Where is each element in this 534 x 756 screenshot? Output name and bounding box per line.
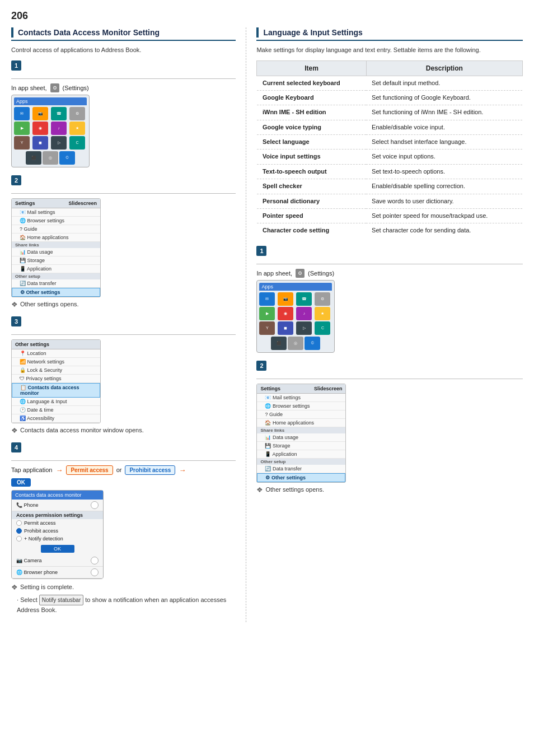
settings-item-storage: 💾 Storage bbox=[12, 256, 100, 265]
phone-screen-right1: Apps ✉ 📷 ☎ ⚙ ▶ ◉ ♪ ★ Y ◼ ▷ C bbox=[256, 280, 335, 353]
step2-note-left: ❖ Other settings opens. bbox=[11, 301, 236, 309]
app-icon-10: ◼ bbox=[32, 136, 48, 150]
table-cell-desc: Set character code for sending data. bbox=[366, 223, 522, 238]
table-row: Current selected keyboardSet default inp… bbox=[257, 76, 523, 90]
right-section-header: Language & Input Settings bbox=[256, 27, 523, 41]
r-note-icon-2: ❖ bbox=[256, 486, 263, 494]
table-cell-desc: Enable/disable voice input. bbox=[366, 120, 522, 134]
table-cell-desc: Set functioning of Google Keyboard. bbox=[366, 90, 522, 105]
step2-note-text-left: Other settings opens. bbox=[20, 301, 79, 307]
access-list-camera: 📷 Camera bbox=[12, 555, 103, 567]
app-icon-15: © bbox=[59, 151, 75, 165]
table-row: Select languageSelect handset interface … bbox=[257, 135, 523, 150]
app-icon-14: ◎ bbox=[43, 151, 58, 165]
header-bar bbox=[11, 27, 13, 38]
table-row: Pointer speedSet pointer speed for mouse… bbox=[257, 209, 523, 223]
left-column: Contacts Data Access Monitor Setting Con… bbox=[11, 27, 246, 622]
arrow-icon-2: → bbox=[179, 466, 186, 474]
r-app-icon-5: ▶ bbox=[259, 307, 275, 320]
app-icon-9: Y bbox=[14, 136, 30, 150]
step1-text: In app sheet, bbox=[11, 85, 47, 91]
settings-item-location: 📍 Location bbox=[12, 349, 100, 358]
table-cell-desc: Set pointer speed for mouse/trackpad use… bbox=[366, 209, 522, 223]
phone-screen-left1: Apps ✉ 📷 ☎ ⚙ ▶ ◉ ♪ ★ Y ◼ ▷ C bbox=[11, 95, 90, 167]
settings-item-mail: 📧 Mail settings bbox=[12, 208, 100, 217]
app-icon-12: C bbox=[69, 136, 85, 150]
radio-prohibit: Prohibit access bbox=[12, 527, 103, 535]
settings-item-privacy: 🛡 Privacy settings bbox=[12, 375, 100, 383]
ok-badge[interactable]: OK bbox=[11, 478, 31, 487]
right-step2-note-text: Other settings opens. bbox=[265, 486, 324, 493]
app-icon-5: ▶ bbox=[14, 122, 30, 135]
table-cell-desc: Enable/disable spelling correction. bbox=[366, 179, 522, 194]
access-screen-title: Contacts data access monitor bbox=[15, 492, 82, 498]
table-cell-item: Spell checker bbox=[257, 179, 366, 194]
settings-list-header-left2: SettingsSlidescreen bbox=[12, 199, 100, 208]
permit-access-badge[interactable]: Permit access bbox=[66, 465, 113, 475]
notify-statusbar-badge[interactable]: Notify statusbar bbox=[39, 595, 83, 605]
r-app-icon-10: ◼ bbox=[278, 321, 293, 335]
step1-row: In app sheet, ⚙ (Settings) bbox=[11, 83, 236, 92]
table-row: Google voice typingEnable/disable voice … bbox=[257, 120, 523, 134]
table-cell-desc: Set text-to-speech options. bbox=[366, 164, 522, 179]
access-list-phone: 📞 Phone bbox=[12, 500, 103, 511]
settings-icon-right1: ⚙ bbox=[296, 269, 305, 278]
r-app-icon-7: ♪ bbox=[296, 307, 312, 320]
left-section-title: Contacts Data Access Monitor Setting bbox=[18, 28, 160, 37]
access-list-browser: 🌐 Browser phone bbox=[12, 567, 103, 578]
right-step2-note: ❖ Other settings opens. bbox=[256, 486, 523, 494]
ok-button-screen[interactable]: OK bbox=[41, 545, 74, 553]
note-icon-3: ❖ bbox=[11, 426, 18, 435]
r-app-icon-4: ⚙ bbox=[315, 292, 330, 306]
settings-icon-left1: ⚙ bbox=[50, 83, 59, 92]
table-row: Google KeyboardSet functioning of Google… bbox=[257, 90, 523, 105]
step3-note-text-left: Contacts data access monitor window open… bbox=[20, 427, 144, 433]
table-row: Personal dictionarySave words to user di… bbox=[257, 194, 523, 208]
table-cell-item: Text-to-speech output bbox=[257, 164, 366, 179]
app-icon-1: ✉ bbox=[14, 107, 30, 120]
settings-item-date: 🕐 Date & time bbox=[12, 406, 100, 414]
step1-settings-text: (Settings) bbox=[63, 85, 89, 91]
r-app-icon-2: 📷 bbox=[278, 292, 293, 306]
r-settings-item-datatransfer: 🔄 Data transfer bbox=[257, 465, 345, 473]
page-number: 206 bbox=[11, 10, 523, 22]
r-settings-item-app: 📱 Application bbox=[257, 450, 345, 459]
radio-notify-circle[interactable] bbox=[16, 536, 22, 542]
r-settings-item-other-highlighted: ⚙ Other settings bbox=[257, 473, 345, 482]
right-step1-settings-text: (Settings) bbox=[308, 270, 334, 277]
settings-item-contacts-monitor: 📋 Contacts data access monitor bbox=[12, 383, 100, 398]
settings-table: Item Description Current selected keyboa… bbox=[256, 60, 523, 238]
settings-section-other-setup: Other setup bbox=[12, 273, 100, 279]
step1-badge: 1 bbox=[11, 60, 21, 71]
radio-permit-circle[interactable] bbox=[16, 520, 22, 526]
prohibit-access-badge[interactable]: Prohibit access bbox=[125, 465, 175, 475]
r-settings-item-guide: ? Guide bbox=[257, 410, 345, 419]
r-app-icon-13: ⬛ bbox=[271, 337, 287, 350]
r-app-icon-9: Y bbox=[259, 321, 275, 335]
table-cell-item: Personal dictionary bbox=[257, 194, 366, 208]
app-icon-3: ☎ bbox=[51, 107, 67, 120]
settings-list-left2: SettingsSlidescreen 📧 Mail settings 🌐 Br… bbox=[11, 198, 101, 297]
bullet-note: · Select Notify statusbar to show a noti… bbox=[11, 595, 236, 615]
r-settings-section-share: Share links bbox=[257, 427, 345, 433]
left-section-header: Contacts Data Access Monitor Setting bbox=[11, 27, 236, 41]
app-icon-13: ⬛ bbox=[26, 151, 41, 165]
settings-item-browser: 🌐 Browser settings bbox=[12, 217, 100, 225]
left-step4: 4 Tap application → Permit access or Pro… bbox=[11, 442, 236, 615]
settings-list-header-left3: Other settings bbox=[12, 340, 100, 349]
table-row: Text-to-speech outputSet text-to-speech … bbox=[257, 164, 523, 179]
table-cell-item: Character code setting bbox=[257, 223, 366, 238]
access-screen: Contacts data access monitor 📞 Phone Acc… bbox=[11, 490, 104, 579]
step4-badge: 4 bbox=[11, 442, 21, 452]
r-app-icon-14: ◎ bbox=[288, 337, 303, 350]
settings-item-other-highlighted: ⚙ Other settings bbox=[12, 288, 100, 297]
table-cell-desc: Set voice input options. bbox=[366, 150, 522, 164]
r-app-icon-8: ★ bbox=[315, 307, 330, 320]
table-col-desc: Description bbox=[366, 60, 522, 76]
settings-item-app: 📱 Application bbox=[12, 265, 100, 273]
right-column: Language & Input Settings Make settings … bbox=[246, 27, 523, 622]
right-step1-badge: 1 bbox=[256, 246, 266, 256]
radio-prohibit-circle[interactable] bbox=[16, 528, 22, 534]
table-col-item: Item bbox=[257, 60, 366, 76]
radio-notify: + Notify detection bbox=[12, 535, 103, 543]
